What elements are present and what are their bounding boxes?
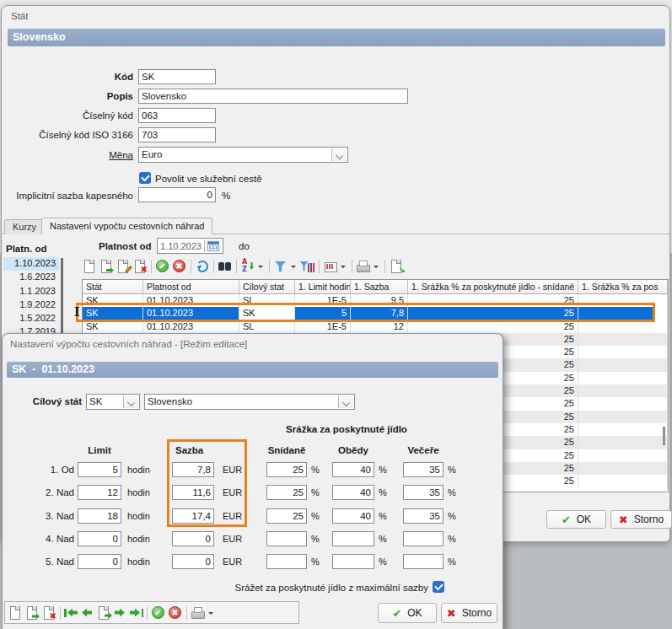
cancel-icon[interactable]: ✖ (172, 259, 187, 274)
new-icon[interactable] (8, 605, 23, 621)
ok-button[interactable]: ✔ OK (546, 510, 606, 529)
obedy-input[interactable]: 40 (332, 462, 374, 477)
validity-item[interactable]: 1.6.2023 (3, 271, 59, 284)
sort-dropdown-icon[interactable] (257, 259, 266, 274)
limit-input[interactable]: 0 (78, 554, 121, 569)
print-dropdown-icon[interactable] (207, 605, 216, 621)
obedy-input[interactable]: 40 (332, 508, 374, 524)
delete-icon[interactable]: ✖ (132, 259, 148, 274)
columns-icon[interactable] (323, 259, 338, 274)
print-icon[interactable] (356, 259, 371, 274)
dialog-edit-nahrady: Nastavení výpočtu cestovních náhrad - [R… (2, 333, 503, 629)
pct-unit: % (448, 556, 456, 567)
new-icon[interactable] (82, 259, 97, 274)
print-dropdown-icon[interactable] (373, 259, 381, 274)
go-previous-icon[interactable] (80, 605, 94, 621)
popis-input[interactable]: Slovensko (138, 89, 408, 104)
apply-icon[interactable]: ✔ (155, 259, 170, 274)
snidane-input[interactable]: 25 (266, 485, 307, 500)
print-icon[interactable] (191, 605, 206, 621)
mena-label[interactable]: Měna (2, 150, 133, 160)
table-scrollbar[interactable] (663, 427, 665, 445)
copy-icon[interactable] (24, 605, 40, 621)
tab-nastaveni[interactable]: Nastavení vypočtu cestovních náhrad (41, 218, 212, 234)
limit-input[interactable]: 5 (78, 462, 121, 477)
vecere-input[interactable]: 35 (403, 462, 444, 477)
limit-input[interactable]: 18 (78, 508, 121, 524)
sazba-input[interactable]: 0 (172, 531, 214, 546)
dialog-ok-button[interactable]: ✔ OK (378, 603, 437, 623)
go-next-icon[interactable] (113, 605, 127, 621)
snidane-input[interactable]: 25 (266, 462, 307, 477)
snidane-input[interactable]: 25 (266, 508, 307, 524)
deduct-checkbox[interactable] (433, 581, 444, 593)
obedy-input[interactable] (332, 554, 374, 569)
sazba-input[interactable]: 0 (172, 554, 214, 569)
pocket-input[interactable]: 0 (138, 187, 216, 202)
column-header[interactable]: Stát (83, 280, 143, 293)
deduct-checkbox-label: Srážet za poskytnuté jídlo z maximální s… (3, 583, 428, 593)
limit-input[interactable]: 12 (78, 485, 121, 500)
cancel-icon[interactable]: ✖ (168, 605, 183, 621)
column-header[interactable]: Cílový stat (239, 280, 295, 293)
obedy-input[interactable]: 40 (332, 485, 374, 500)
record-list-icon[interactable] (96, 605, 111, 621)
columns-dropdown-icon[interactable] (340, 259, 348, 274)
validity-item[interactable]: 1.1.2023 (3, 285, 59, 298)
refresh-icon[interactable] (195, 259, 210, 274)
chevron-down-icon[interactable] (331, 148, 347, 161)
find-icon[interactable] (218, 259, 233, 274)
column-header[interactable]: 1. Srážka % za poskytnuté jídlo - snídan… (408, 280, 578, 293)
pct-unit: % (379, 534, 387, 544)
delete-icon[interactable]: ✖ (41, 605, 56, 621)
export-icon[interactable]: ↘ (389, 259, 404, 274)
limit-input[interactable]: 0 (78, 531, 121, 546)
column-header[interactable]: Platnost od (143, 280, 239, 293)
validity-scrollbar[interactable] (61, 258, 63, 338)
popis-label: Popis (2, 91, 133, 101)
vecere-input[interactable] (403, 554, 444, 569)
filter-icon[interactable] (273, 259, 288, 274)
cilovy-stat-name-combo[interactable]: Slovensko (144, 394, 355, 410)
table-row[interactable]: SK 01.10.2023 SI 1E-5 9.5 25 (83, 294, 668, 307)
ciselny-kod-input[interactable]: 063 (138, 108, 216, 123)
povolit-checkbox[interactable] (139, 172, 151, 184)
chevron-down-icon[interactable] (338, 395, 353, 408)
mena-combo[interactable]: Euro (138, 147, 348, 163)
platnost-od-input[interactable]: 1.10.2023 (157, 238, 223, 254)
chevron-down-icon[interactable] (123, 395, 138, 408)
copy-icon[interactable] (99, 259, 114, 274)
snidane-input[interactable] (266, 531, 307, 546)
sort-az-icon[interactable] (240, 259, 255, 274)
go-first-icon[interactable] (64, 605, 78, 621)
snidane-input[interactable] (266, 554, 307, 569)
vecere-input[interactable]: 35 (403, 508, 444, 524)
kod-input[interactable]: SK (138, 69, 216, 84)
iso-input[interactable]: 703 (138, 127, 216, 142)
filter-dropdown-icon[interactable] (290, 259, 298, 274)
filter-chart-icon[interactable] (300, 259, 315, 274)
tab-kurzy[interactable]: Kurzy (4, 219, 45, 234)
table-header: StátPlatnost odCílový stat1. Limit hodin… (83, 280, 668, 294)
column-header[interactable]: 1. Limit hodin (295, 280, 351, 293)
cilovy-stat-code-combo[interactable]: SK (86, 394, 140, 410)
obedy-input[interactable] (332, 531, 374, 546)
table-row[interactable]: SK 01.10.2023 SL 1E-5 12 25 (83, 320, 668, 333)
validity-list: 1.10.20231.6.20231.1.20231.9.20221.5.202… (3, 257, 59, 340)
calendar-button[interactable] (204, 239, 222, 252)
column-header[interactable]: 1. Srážka % za pos (578, 280, 668, 293)
kod-label: Kód (2, 72, 133, 82)
edit-icon[interactable] (116, 259, 131, 274)
column-header[interactable]: 1. Sazba (351, 280, 408, 293)
apply-icon[interactable]: ✔ (151, 605, 166, 621)
validity-item[interactable]: 1.10.2023 (3, 257, 59, 271)
pct-unit: % (379, 556, 387, 567)
validity-item[interactable]: 1.9.2022 (3, 298, 59, 312)
vecere-input[interactable]: 35 (403, 485, 444, 500)
go-last-icon[interactable] (129, 605, 143, 621)
table-row[interactable]: SK 01.10.2023 SK 5 7,8 25 (83, 307, 668, 320)
vecere-input[interactable] (403, 531, 444, 546)
dialog-storno-button[interactable]: ✖ Storno (441, 603, 497, 623)
storno-button[interactable]: ✖ Storno (610, 510, 672, 529)
validity-item[interactable]: 1.5.2022 (3, 312, 59, 325)
